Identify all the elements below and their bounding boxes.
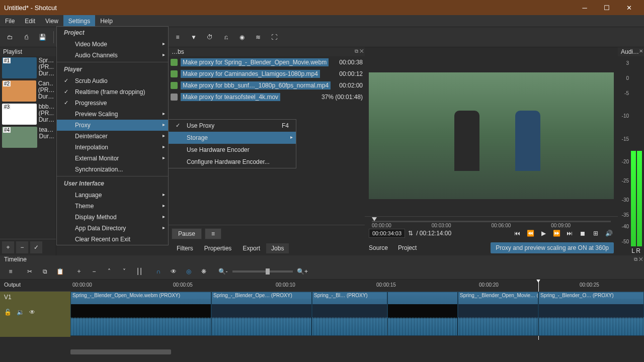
settings-proxy[interactable]: Proxy [57,120,168,131]
open-other-icon[interactable]: ⎙ [19,30,33,44]
list-icon[interactable]: ≡ [171,30,185,44]
split-icon[interactable]: ⎮⎮ [134,266,145,277]
settings-synchronization[interactable]: Synchronization... [57,164,168,175]
spinner-icon[interactable]: ⇅ [408,230,413,237]
tab-export[interactable]: Export [237,243,265,253]
filter-icon[interactable]: ▼ [187,30,201,44]
grid-icon[interactable]: ⊞ [591,230,601,237]
proxy-use-proxy[interactable]: Use Proxy F4 [169,120,296,132]
settings-clear-recent[interactable]: Clear Recent on Exit [57,234,168,245]
menu-view[interactable]: View [40,15,63,27]
tab-jobs[interactable]: Jobs [266,243,289,253]
ripple-icon[interactable]: ◎ [183,266,194,277]
job-row[interactable]: Make proxy for Caminandes_Llamigos-1080p… [169,68,365,79]
ripple-all-icon[interactable]: ❋ [198,266,209,277]
playlist-add-button[interactable]: + [2,241,14,253]
timer-icon[interactable]: ⏱ [203,30,217,44]
timeline-detach-icon[interactable]: ⧉ ✕ [634,256,643,262]
close-button[interactable]: ✕ [618,0,640,15]
mute-icon[interactable]: 🔉 [17,309,24,316]
menu-file[interactable]: File [0,15,20,27]
tl-menu-icon[interactable]: ≡ [5,266,16,277]
settings-app-data[interactable]: App Data Directory [57,223,168,234]
audio-close-icon[interactable]: ✕ [639,48,643,54]
forward-icon[interactable]: ⏩ [551,230,561,237]
preview-scrubber[interactable]: 00:00:00 00:03:00 00:06:00 00:09:00 [372,221,611,222]
timeline-scrollbar[interactable] [0,349,644,355]
settings-realtime[interactable]: Realtime (frame dropping) [57,86,168,98]
track-header-v1[interactable]: V1 🔓 🔉 👁 [0,292,70,337]
minimize-button[interactable]: ─ [574,0,596,15]
settings-language[interactable]: Language [57,190,168,201]
settings-preview-scaling[interactable]: Preview Scaling [57,109,168,120]
playlist-item[interactable]: #3 bbb…(PR…Dur… [0,103,56,126]
scrub-icon[interactable]: 👁 [168,266,179,277]
copy-icon[interactable]: ⧉ [39,266,50,277]
remove-icon[interactable]: − [89,266,100,277]
project-tab[interactable]: Project [398,244,417,251]
stack-icon[interactable]: ≋ [251,30,265,44]
lock-icon[interactable]: 🔓 [4,309,12,316]
clip[interactable]: Spring_-_Blender_Open_Movie… (PROXY) [458,292,538,336]
markers-icon[interactable]: ⎌ [219,30,233,44]
playlist-check-button[interactable]: ✓ [30,241,42,253]
clip[interactable]: Spring_-_Blender_O… (PROXY) [538,292,644,336]
preview-timeline[interactable]: 00:00:00 00:03:00 00:06:00 00:09:00 [365,216,618,226]
play-icon[interactable]: ▶ [538,230,548,237]
eye-icon[interactable]: 👁 [29,309,35,316]
open-file-icon[interactable]: 🗀 [3,30,17,44]
source-tab[interactable]: Source [369,244,388,251]
paste-icon[interactable]: 📋 [54,266,65,277]
maximize-button[interactable]: ☐ [596,0,618,15]
record-icon[interactable]: ◉ [235,30,249,44]
playlist-item[interactable]: #4 tea…Dur… [0,126,56,149]
clip[interactable] [387,292,458,336]
menu-help[interactable]: Help [95,15,118,27]
rewind-icon[interactable]: ⏪ [525,230,535,237]
clip[interactable]: Spring_-_Bl… (PROXY) [312,292,387,336]
cut-icon[interactable]: ✂ [24,266,35,277]
settings-external-monitor[interactable]: External Monitor [57,153,168,164]
skip-end-icon[interactable]: ⏭ [565,230,575,237]
timecode-input[interactable]: 00:00:34:03 [369,229,405,238]
zoom-icon[interactable]: ◼ [578,230,588,237]
tab-filters[interactable]: Filters [172,243,198,253]
output-header[interactable]: Output [0,280,70,292]
clip[interactable]: Spring_-_Blender_Ope… (PROXY) [211,292,312,336]
zoom-out-icon[interactable]: 🔍- [217,266,228,277]
playlist-item[interactable]: #1 Spr…(PR…Dur… [0,56,56,79]
proxy-cfg-hw[interactable]: Configure Hardware Encoder... [169,156,296,168]
settings-audio-channels[interactable]: Audio Channels [57,50,168,61]
settings-theme[interactable]: Theme [57,201,168,212]
job-row[interactable]: Make proxy for tearsofsteel_4k.mov 37% (… [169,91,365,103]
jobs-detach-icon[interactable]: ⧉ ✕ [355,48,364,54]
save-icon[interactable]: 💾 [35,30,49,44]
settings-display-method[interactable]: Display Method [57,212,168,223]
settings-video-mode[interactable]: Video Mode [57,39,168,50]
preview-video[interactable] [369,72,614,199]
tab-properties[interactable]: Properties [199,243,237,253]
append-icon[interactable]: ＋ [73,266,85,277]
volume-icon[interactable]: 🔊 [604,230,614,237]
zoom-in-icon[interactable]: 🔍+ [297,266,308,277]
job-row[interactable]: Make proxy for bbb_sunf…_1080p_60fps_nor… [169,79,365,91]
zoom-slider[interactable] [232,270,293,273]
settings-scrub-audio[interactable]: Scrub Audio [57,75,168,86]
settings-deinterlacer[interactable]: Deinterlacer [57,131,168,142]
jobs-menu-button[interactable]: ≡ [205,228,221,239]
job-row[interactable]: Make proxy for Spring_-_Blender_Open_Mov… [169,56,365,68]
playlist-item[interactable]: #2 Can…(PR…Dur… [0,79,56,103]
menu-settings[interactable]: Settings [63,15,95,27]
skip-start-icon[interactable]: ⏮ [512,230,522,237]
settings-interpolation[interactable]: Interpolation [57,142,168,153]
timeline-tracks[interactable]: 00:00:00 00:00:05 00:00:10 00:00:15 00:0… [70,280,644,349]
snap-icon[interactable]: ∩ [153,266,164,277]
proxy-storage[interactable]: Storage [169,132,296,144]
playlist-remove-button[interactable]: − [16,241,28,253]
menu-edit[interactable]: Edit [20,15,40,27]
settings-progressive[interactable]: Progressive [57,98,168,109]
overwrite-icon[interactable]: ˅ [119,266,130,277]
lift-icon[interactable]: ˄ [104,266,115,277]
proxy-use-hw[interactable]: Use Hardware Encoder [169,144,296,156]
clip[interactable]: Spring_-_Blender_Open_Movie.webm (PROXY) [70,292,211,336]
